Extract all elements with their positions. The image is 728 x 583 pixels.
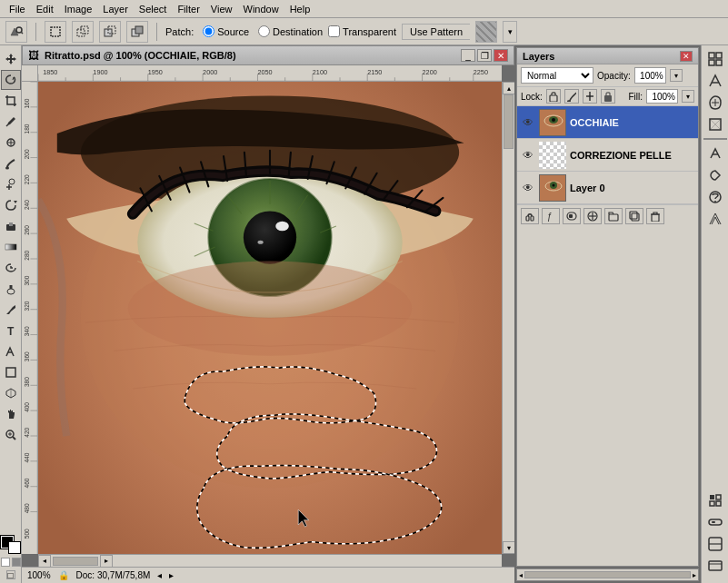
layers-scroll-right[interactable]: ▸ [693, 571, 696, 579]
tool-preset-btn[interactable] [5, 21, 27, 43]
fill-arrow-btn[interactable]: ▾ [682, 90, 694, 103]
selection-intersect-btn[interactable] [126, 21, 148, 43]
layers-scrollbar[interactable]: ◂ ▸ [516, 568, 699, 581]
svg-text:320: 320 [24, 301, 30, 311]
menu-edit[interactable]: Edit [31, 4, 59, 15]
r-tool-1[interactable] [703, 49, 727, 69]
layers-scroll-thumb[interactable] [524, 571, 691, 578]
background-color[interactable] [8, 541, 21, 554]
r-tool-3[interactable] [703, 93, 727, 113]
crop-tool-btn[interactable] [1, 91, 21, 111]
lock-all-btn[interactable] [601, 89, 615, 104]
shape-tool-btn[interactable] [1, 362, 21, 382]
quick-mask-off[interactable] [1, 558, 10, 567]
restore-button[interactable]: ❐ [477, 49, 492, 62]
quick-mask-on[interactable] [12, 558, 21, 567]
menu-file[interactable]: File [4, 4, 31, 15]
layer-item-layer0[interactable]: 👁 Layer 0 [517, 172, 698, 204]
scroll-right-btn[interactable]: ▸ [100, 555, 113, 568]
layer-vis-layer0[interactable]: 👁 [521, 181, 535, 195]
r-tool-7[interactable] [703, 187, 727, 207]
text-tool-btn[interactable]: T [1, 321, 21, 341]
opacity-input[interactable] [634, 67, 666, 84]
eyedropper-btn[interactable] [1, 112, 21, 132]
close-button[interactable]: ✕ [494, 49, 508, 62]
lock-paint-btn[interactable] [564, 89, 579, 104]
lasso-tool-btn[interactable] [1, 70, 21, 90]
lock-transparent-btn[interactable] [546, 89, 561, 104]
layers-close-btn[interactable]: ✕ [680, 51, 693, 62]
menu-image[interactable]: Image [59, 4, 98, 15]
r-tool-4[interactable] [703, 114, 727, 134]
r-tool-bottom-2[interactable] [703, 512, 727, 532]
lock-position-btn[interactable] [583, 89, 597, 104]
screen-mode-standard[interactable]: □ [6, 570, 15, 579]
delete-layer-btn[interactable] [646, 208, 664, 224]
healing-brush-btn[interactable] [1, 133, 21, 153]
add-mask-btn[interactable] [563, 208, 581, 224]
clone-stamp-btn[interactable] [1, 174, 21, 194]
selection-new-btn[interactable] [45, 21, 66, 43]
blend-mode-select[interactable]: Normal [521, 67, 593, 84]
svg-rect-165 [710, 495, 714, 499]
r-tool-8[interactable] [703, 209, 727, 229]
hand-tool-btn[interactable] [1, 404, 21, 424]
use-pattern-button[interactable]: Use Pattern [402, 24, 470, 40]
r-tool-bottom-1[interactable] [703, 490, 727, 510]
vertical-scrollbar[interactable]: ▴ ▾ [502, 82, 514, 554]
svg-rect-170 [712, 521, 715, 523]
dodge-tool-btn[interactable] [1, 279, 21, 299]
scroll-thumb-h[interactable] [53, 557, 98, 566]
layer-item-correzione[interactable]: 👁 CORREZIONE PELLE [517, 139, 698, 172]
layers-scroll-left[interactable]: ◂ [519, 571, 523, 579]
3d-tool-btn[interactable] [1, 383, 21, 403]
color-swatches[interactable] [1, 534, 21, 554]
eraser-btn[interactable] [1, 216, 21, 236]
add-layer-btn[interactable] [625, 208, 643, 224]
opacity-arrow-btn[interactable]: ▾ [670, 69, 683, 82]
pattern-dropdown-btn[interactable]: ▾ [503, 21, 517, 43]
canvas-area[interactable] [38, 82, 502, 554]
r-tool-2[interactable] [703, 71, 727, 91]
document-content: 1850 1900 1950 2000 2050 2100 2150 2200 [22, 65, 514, 567]
r-tool-6[interactable] [703, 165, 727, 185]
layer-vis-correzione[interactable]: 👁 [521, 148, 535, 163]
destination-radio[interactable]: Destination [258, 25, 323, 37]
menu-select[interactable]: Select [134, 4, 173, 15]
nav-right-btn[interactable]: ▸ [169, 570, 174, 580]
gradient-tool-btn[interactable] [1, 237, 21, 257]
menu-view[interactable]: View [205, 4, 238, 15]
source-radio[interactable]: Source [203, 25, 249, 37]
pen-tool-btn[interactable] [1, 300, 21, 320]
scroll-up-btn[interactable]: ▴ [503, 82, 514, 94]
add-effect-btn[interactable]: ƒ [542, 208, 560, 224]
selection-add-btn[interactable] [72, 21, 94, 43]
layer-vis-occhiaie[interactable]: 👁 [521, 115, 535, 130]
move-tool-btn[interactable] [1, 49, 21, 69]
add-adjustment-btn[interactable] [583, 208, 602, 224]
scroll-left-btn[interactable]: ◂ [38, 555, 51, 568]
minimize-button[interactable]: _ [461, 49, 475, 62]
menu-window[interactable]: Window [238, 4, 284, 15]
scroll-thumb-v[interactable] [504, 94, 514, 149]
transparent-checkbox[interactable]: Transparent [328, 25, 396, 37]
path-select-btn[interactable] [1, 341, 21, 361]
selection-subtract-btn[interactable] [99, 21, 121, 43]
r-tool-bottom-4[interactable] [703, 556, 727, 576]
add-link-btn[interactable] [521, 208, 539, 224]
zoom-tool-btn[interactable] [1, 425, 21, 445]
menu-layer[interactable]: Layer [97, 4, 134, 15]
scroll-down-btn[interactable]: ▾ [503, 541, 514, 554]
menu-help[interactable]: Help [284, 4, 316, 15]
horizontal-scrollbar[interactable]: ◂ ▸ [38, 554, 502, 567]
r-tool-bottom-3[interactable] [703, 534, 727, 554]
nav-left-btn[interactable]: ◂ [157, 570, 162, 580]
history-brush-btn[interactable] [1, 195, 21, 215]
add-group-btn[interactable] [604, 208, 623, 224]
blur-tool-btn[interactable] [1, 258, 21, 278]
brush-tool-btn[interactable] [1, 153, 21, 173]
layer-item-occhiaie[interactable]: 👁 OCCHIAIE [517, 106, 698, 139]
fill-input[interactable] [646, 89, 678, 104]
menu-filter[interactable]: Filter [172, 4, 204, 15]
r-tool-5[interactable] [703, 143, 727, 163]
